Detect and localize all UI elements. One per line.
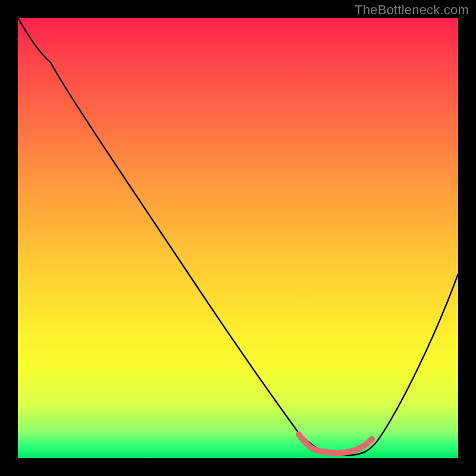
mismatch-curve — [18, 18, 458, 455]
outer-frame: TheBottleneck.com — [0, 0, 476, 476]
watermark-text: TheBottleneck.com — [355, 2, 469, 18]
plot-area — [18, 18, 458, 458]
chart-svg — [18, 18, 458, 458]
valley-marker — [299, 434, 372, 453]
